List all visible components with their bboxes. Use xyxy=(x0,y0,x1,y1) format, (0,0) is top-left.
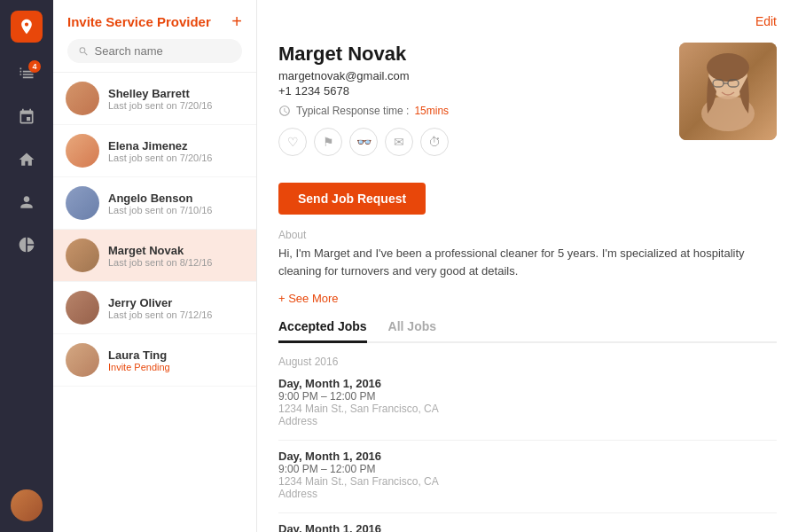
provider-name: Angelo Benson xyxy=(108,192,244,205)
provider-sub: Last job sent on 7/20/16 xyxy=(108,100,244,111)
provider-name: Laura Ting xyxy=(108,348,244,362)
provider-info: Shelley Barrett Last job sent on 7/20/16 xyxy=(108,87,244,111)
provider-name: Shelley Barrett xyxy=(108,87,244,100)
provider-avatar xyxy=(66,82,99,115)
job-entry: Day, Month 1, 2016 9:00 PM – 12:00 PM 12… xyxy=(278,377,777,427)
nav-home-icon[interactable] xyxy=(9,142,44,177)
provider-avatar xyxy=(66,134,99,168)
jobs-section: August 2016 Day, Month 1, 2016 9:00 PM –… xyxy=(278,356,777,532)
job-time: 9:00 PM – 12:00 PM xyxy=(278,463,777,475)
about-text: Hi, I'm Marget and I've been a professio… xyxy=(278,245,777,279)
profile-top: Marget Novak margetnovak@gmail.com +1 12… xyxy=(278,43,777,170)
profile-photo xyxy=(679,43,777,140)
provider-avatar xyxy=(66,343,99,377)
provider-item[interactable]: Laura Ting Invite Pending xyxy=(53,334,256,387)
profile-info: Marget Novak margetnovak@gmail.com +1 12… xyxy=(278,43,661,170)
provider-sub: Last job sent on 8/12/16 xyxy=(108,257,244,268)
tab-all-jobs[interactable]: All Jobs xyxy=(388,319,436,343)
profile-phone: +1 1234 5678 xyxy=(278,84,661,98)
job-address-2: Address xyxy=(278,415,777,427)
job-address: 1234 Main St., San Francisco, CA xyxy=(278,475,777,488)
user-avatar[interactable] xyxy=(11,489,43,521)
provider-item[interactable]: Marget Novak Last job sent on 8/12/16 xyxy=(53,230,256,282)
flag-action-icon[interactable]: ⚑ xyxy=(314,128,342,156)
provider-name: Jerry Oliver xyxy=(108,296,244,309)
about-label: About xyxy=(278,229,777,241)
job-divider xyxy=(278,440,777,441)
provider-item[interactable]: Angelo Benson Last job sent on 7/10/16 xyxy=(53,177,256,230)
main-header: Edit xyxy=(278,14,777,28)
main-content: Edit Marget Novak margetnovak@gmail.com … xyxy=(257,0,798,532)
provider-name: Elena Jimenez xyxy=(108,139,244,153)
left-panel-header: Invite Service Provider + xyxy=(53,0,256,73)
heart-action-icon[interactable]: ♡ xyxy=(278,128,307,156)
provider-avatar xyxy=(66,186,99,220)
clock-icon xyxy=(278,105,291,117)
provider-name: Marget Novak xyxy=(108,244,244,257)
send-job-request-button[interactable]: Send Job Request xyxy=(278,183,426,215)
provider-item[interactable]: Elena Jimenez Last job sent on 7/20/16 xyxy=(53,125,256,177)
add-provider-button[interactable]: + xyxy=(231,12,242,30)
panel-title: Invite Service Provider xyxy=(67,14,211,29)
tab-accepted-jobs[interactable]: Accepted Jobs xyxy=(278,319,367,343)
job-entry: Day, Month 1, 2016 9:00 PM – 12:00 PM 12… xyxy=(278,522,777,532)
left-panel: Invite Service Provider + Shelley Barret… xyxy=(53,0,257,532)
edit-button[interactable]: Edit xyxy=(755,14,777,28)
provider-avatar xyxy=(66,291,99,325)
provider-sub: Invite Pending xyxy=(108,362,244,372)
profile-email: margetnovak@gmail.com xyxy=(278,69,661,82)
provider-info: Elena Jimenez Last job sent on 7/20/16 xyxy=(108,139,244,163)
job-address-2: Address xyxy=(278,488,777,500)
response-label: Typical Response time : xyxy=(296,105,409,117)
provider-sub: Last job sent on 7/10/16 xyxy=(108,205,244,215)
provider-list: Shelley Barrett Last job sent on 7/20/16… xyxy=(53,73,256,532)
nav-calendar-icon[interactable] xyxy=(9,99,44,135)
action-icons-row: ♡ ⚑ 👓 ✉ ⏱ xyxy=(278,128,661,156)
nav-chart-icon[interactable] xyxy=(9,227,44,262)
search-box xyxy=(67,39,242,63)
about-section: About Hi, I'm Marget and I've been a pro… xyxy=(278,229,777,279)
search-icon xyxy=(78,45,90,58)
response-row: Typical Response time : 15mins xyxy=(278,105,661,117)
job-divider xyxy=(278,512,777,513)
job-date: Day, Month 1, 2016 xyxy=(278,522,777,532)
jobs-month-label: August 2016 xyxy=(278,356,777,368)
job-date: Day, Month 1, 2016 xyxy=(278,450,777,463)
nav-person-icon[interactable] xyxy=(9,184,44,220)
clock-action-icon[interactable]: ⏱ xyxy=(420,128,449,156)
provider-sub: Last job sent on 7/12/16 xyxy=(108,309,244,320)
search-input[interactable] xyxy=(95,44,232,58)
nav-checklist-icon[interactable]: 4 xyxy=(9,57,44,92)
see-more-button[interactable]: + See More xyxy=(278,292,777,305)
job-time: 9:00 PM – 12:00 PM xyxy=(278,390,777,403)
provider-avatar xyxy=(66,239,99,272)
provider-info: Angelo Benson Last job sent on 7/10/16 xyxy=(108,192,244,215)
response-time: 15mins xyxy=(414,105,449,117)
provider-item[interactable]: Jerry Oliver Last job sent on 7/12/16 xyxy=(53,282,256,334)
job-date: Day, Month 1, 2016 xyxy=(278,377,777,390)
app-logo[interactable] xyxy=(11,11,43,43)
email-action-icon[interactable]: ✉ xyxy=(385,128,413,156)
provider-item[interactable]: Shelley Barrett Last job sent on 7/20/16 xyxy=(53,73,256,125)
profile-name: Marget Novak xyxy=(278,43,661,66)
provider-info: Marget Novak Last job sent on 8/12/16 xyxy=(108,244,244,268)
job-entry: Day, Month 1, 2016 9:00 PM – 12:00 PM 12… xyxy=(278,450,777,500)
provider-info: Jerry Oliver Last job sent on 7/12/16 xyxy=(108,296,244,320)
tabs-row: Accepted JobsAll Jobs xyxy=(278,319,777,343)
nav-sidebar: 4 xyxy=(0,0,53,532)
job-address: 1234 Main St., San Francisco, CA xyxy=(278,403,777,415)
provider-sub: Last job sent on 7/20/16 xyxy=(108,153,244,163)
nav-badge: 4 xyxy=(28,60,41,73)
provider-info: Laura Ting Invite Pending xyxy=(108,348,244,372)
svg-point-3 xyxy=(707,53,749,82)
glasses-action-icon[interactable]: 👓 xyxy=(349,128,378,156)
